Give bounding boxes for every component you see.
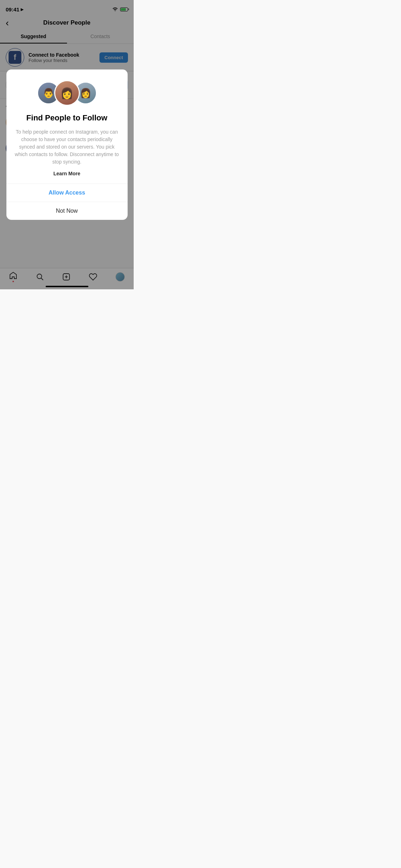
modal-title: Find People to Follow — [15, 113, 119, 123]
home-indicator — [46, 286, 88, 287]
modal-body: 👨 👩 👩 Find People to Follow To help pe — [6, 69, 128, 184]
find-people-modal: 👨 👩 👩 Find People to Follow To help pe — [6, 69, 128, 220]
modal-avatar-2: 👩 — [54, 80, 80, 106]
modal-avatars: 👨 👩 👩 — [15, 80, 119, 106]
modal-description: To help people connect on Instagram, you… — [15, 128, 119, 166]
not-now-button[interactable]: Not Now — [6, 202, 128, 220]
modal-overlay: 👨 👩 👩 Find People to Follow To help pe — [0, 0, 134, 289]
allow-access-button[interactable]: Allow Access — [6, 184, 128, 202]
learn-more-link[interactable]: Learn More — [15, 171, 119, 176]
